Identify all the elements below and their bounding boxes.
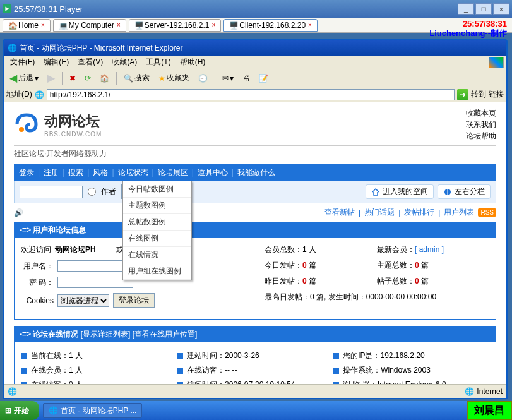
vm-title-text: 25:57/38:31 Player bbox=[14, 4, 83, 14]
link-hot[interactable]: 热门话题 bbox=[364, 207, 395, 218]
box-header: -=> 论坛在线情况 [显示详细列表] [查看在线用户位置] bbox=[15, 327, 496, 342]
media-icon: 🕘 bbox=[198, 74, 208, 83]
vm-close-button[interactable]: x bbox=[493, 3, 509, 15]
dd-usergroup[interactable]: 用户组在线图例 bbox=[123, 263, 191, 280]
print-icon: 🖨 bbox=[242, 74, 250, 83]
stat-max-post: 最高日发帖：0 篇, 发生时间：0000-00-00 00:00:00 bbox=[265, 292, 489, 303]
tab-client[interactable]: 🖥️Client-192.168.2.20× bbox=[223, 19, 318, 32]
windows-icon: ⊞ bbox=[5, 406, 11, 415]
print-button[interactable]: 🖨 bbox=[239, 72, 253, 85]
nav-whatcanido[interactable]: 我能做什么 bbox=[237, 167, 275, 178]
password-input[interactable] bbox=[57, 277, 133, 288]
logo-subtext: BBS.CNDW.COM bbox=[44, 131, 102, 138]
dd-today-posts[interactable]: 今日帖数图例 bbox=[123, 181, 191, 198]
rss-badge[interactable]: RSS bbox=[478, 208, 496, 217]
link-contact[interactable]: 联系我们 bbox=[466, 119, 496, 130]
ie-statusbar: 🌐 🌐Internet bbox=[4, 384, 506, 398]
stat-item: 操作系统：Windows 2003 bbox=[333, 363, 489, 378]
stat-topic-total: 主题总数：0 篇 bbox=[377, 260, 489, 271]
nav-register[interactable]: 注册 bbox=[44, 167, 59, 178]
monitor-icon: 🖥️ bbox=[229, 21, 237, 29]
task-item[interactable]: 🌐首页 - 动网论坛PHP ... bbox=[43, 403, 142, 418]
link-rank[interactable]: 发帖排行 bbox=[404, 207, 434, 218]
user-label: 用户名： bbox=[21, 261, 54, 272]
vm-min-button[interactable]: _ bbox=[458, 3, 474, 15]
space-icon bbox=[371, 188, 380, 196]
links-label[interactable]: 链接 bbox=[489, 89, 504, 100]
signature-box: 刘晨昌 bbox=[467, 401, 512, 420]
user-info-box: -=> 用户和论坛信息 欢迎访问 动网论坛PH 或 [ 登录 ] 用户名： 密 … bbox=[14, 222, 496, 320]
dd-online[interactable]: 在线图例 bbox=[123, 231, 191, 247]
author-radio[interactable] bbox=[88, 188, 96, 196]
close-icon[interactable]: × bbox=[117, 21, 121, 28]
edit-button[interactable]: 📝 bbox=[256, 72, 271, 85]
linkrow: 🔊 查看新帖 | 热门话题 | 发帖排行 | 用户列表 RSS bbox=[14, 203, 496, 222]
mail-button[interactable]: ✉▾ bbox=[219, 72, 237, 85]
mail-icon: ✉ bbox=[222, 74, 229, 83]
refresh-button[interactable]: ⟳ bbox=[81, 72, 94, 85]
status-dropdown: 今日帖数图例 主题数图例 总帖数图例 在线图例 在线情况 用户组在线图例 bbox=[122, 181, 192, 280]
home-icon: 🏠 bbox=[100, 74, 109, 83]
ie-titlebar[interactable]: 🌐 首页 - 动网论坛PHP - Microsoft Internet Expl… bbox=[4, 40, 506, 56]
ie-menubar: 文件(F) 编辑(E) 查看(V) 收藏(A) 工具(T) 帮助(H) bbox=[4, 56, 506, 69]
taskbar: ⊞开始 🌐首页 - 动网论坛PHP ... bbox=[0, 401, 512, 420]
myspace-button[interactable]: 进入我的空间 bbox=[366, 184, 434, 199]
home-button[interactable]: 🏠 bbox=[97, 72, 112, 85]
link-newposts[interactable]: 查看新帖 bbox=[324, 207, 355, 218]
slogan: 社区论坛·开发者网络源动力 bbox=[14, 145, 496, 159]
url-input[interactable] bbox=[47, 89, 455, 100]
internet-zone-icon: 🌐 bbox=[465, 387, 474, 396]
login-button[interactable]: 登录论坛 bbox=[113, 293, 155, 308]
menu-view[interactable]: 查看(V) bbox=[74, 56, 107, 69]
tab-server[interactable]: 🖥️Server-192.168.2.1× bbox=[129, 19, 222, 32]
favorites-button[interactable]: ★收藏夹 bbox=[155, 71, 193, 85]
tab-mycomputer[interactable]: 💻My Computer× bbox=[53, 19, 126, 32]
page-content: 动网论坛 BBS.CNDW.COM 收藏本页 联系我们 论坛帮助 社区论坛·开发… bbox=[4, 102, 506, 398]
forward-button[interactable]: ▶ bbox=[44, 70, 58, 86]
menu-edit[interactable]: 编辑(E) bbox=[40, 56, 73, 69]
close-icon[interactable]: × bbox=[41, 21, 45, 28]
svg-point-2 bbox=[19, 127, 24, 132]
search-input[interactable] bbox=[20, 186, 83, 198]
dd-online-status[interactable]: 在线情况 bbox=[123, 247, 191, 263]
cookie-select[interactable]: 浏览器进程 bbox=[57, 294, 109, 307]
go-button[interactable]: ➜ bbox=[457, 89, 468, 100]
tab-home[interactable]: 🏠Home× bbox=[3, 19, 51, 32]
show-location-link[interactable]: [查看在线用户位置] bbox=[133, 330, 198, 339]
page-icon: 🌐 bbox=[35, 90, 44, 99]
dd-total-posts[interactable]: 总帖数图例 bbox=[123, 214, 191, 231]
vm-max-button[interactable]: □ bbox=[475, 3, 492, 15]
searchbar: 作者 站内搜索 进入我的空间 左右分栏 bbox=[14, 181, 496, 203]
nav-style[interactable]: 风格 bbox=[93, 167, 108, 178]
search-button[interactable]: 🔍搜索 bbox=[121, 71, 153, 85]
speaker-icon[interactable]: 🔊 bbox=[14, 208, 23, 217]
nav-login[interactable]: 登录 bbox=[19, 167, 34, 178]
menu-help[interactable]: 帮助(H) bbox=[176, 56, 210, 69]
close-icon[interactable]: × bbox=[211, 21, 215, 28]
link-userlist[interactable]: 用户列表 bbox=[444, 207, 474, 218]
ie-window: 🌐 首页 - 动网论坛PHP - Microsoft Internet Expl… bbox=[3, 39, 508, 399]
cookie-label: Cookies bbox=[21, 296, 54, 305]
menu-favorites[interactable]: 收藏(A) bbox=[108, 56, 141, 69]
media-button[interactable]: 🕘 bbox=[195, 72, 211, 85]
dd-topics[interactable]: 主题数图例 bbox=[123, 198, 191, 214]
nav-search[interactable]: 搜索 bbox=[68, 167, 83, 178]
menu-tools[interactable]: 工具(T) bbox=[142, 56, 174, 69]
nav-exhibit[interactable]: 论坛展区 bbox=[158, 167, 188, 178]
start-button[interactable]: ⊞开始 bbox=[0, 401, 39, 420]
nav-tools[interactable]: 道具中心 bbox=[198, 167, 228, 178]
username-input[interactable] bbox=[57, 260, 133, 272]
ie-status-icon: 🌐 bbox=[8, 387, 17, 396]
addr-label: 地址(D) bbox=[6, 89, 32, 100]
link-help[interactable]: 论坛帮助 bbox=[466, 130, 496, 141]
nav-status[interactable]: 论坛状态 bbox=[118, 167, 148, 178]
show-detail-link[interactable]: [显示详细列表] bbox=[81, 330, 131, 339]
split-button[interactable]: 左右分栏 bbox=[438, 184, 491, 199]
close-icon[interactable]: × bbox=[308, 21, 312, 28]
stop-button[interactable]: ✖ bbox=[66, 72, 79, 85]
menu-file[interactable]: 文件(F) bbox=[6, 56, 39, 69]
star-icon: ★ bbox=[158, 74, 165, 83]
link-bookmark[interactable]: 收藏本页 bbox=[466, 107, 496, 119]
ie-flag-icon bbox=[489, 57, 504, 68]
back-button[interactable]: ◀后退 ▾ bbox=[6, 70, 42, 86]
